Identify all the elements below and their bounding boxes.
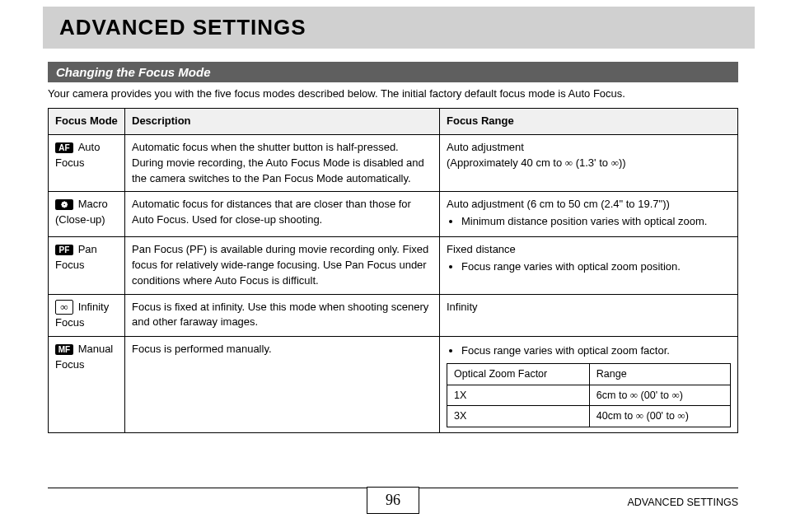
page-footer: 96 ADVANCED SETTINGS [0, 488, 786, 524]
range-cell: Auto adjustment (6 cm to 50 cm (2.4" to … [440, 192, 738, 237]
pf-badge-icon: PF [55, 245, 73, 255]
desc-cell: Focus is fixed at infinity. Use this mod… [125, 294, 440, 336]
page-number: 96 [367, 487, 419, 514]
footer-rule: 96 ADVANCED SETTINGS [48, 488, 738, 524]
table-row: PF Pan Focus Pan Focus (PF) is available… [49, 237, 738, 295]
range-text: (1.3' to [573, 156, 611, 169]
range-text: 40cm to [597, 410, 636, 422]
col-header-range: Focus Range [440, 109, 738, 135]
col-header-desc: Description [125, 109, 440, 135]
range-text: (00' to [638, 390, 671, 401]
inner-row: 1X 6cm to ∞ (00' to ∞) [447, 385, 731, 406]
infinity-icon: ∞ [60, 301, 68, 313]
inner-header-row: Optical Zoom Factor Range [447, 364, 731, 385]
infinity-icon: ∞ [677, 409, 685, 422]
mode-cell: PF Pan Focus [49, 237, 125, 295]
intro-text: Your camera provides you with the five f… [48, 87, 738, 100]
range-line: Auto adjustment (6 cm to 50 cm (2.4" to … [447, 198, 670, 210]
section-heading: Changing the Focus Mode [48, 62, 738, 82]
table-row: ∞ Infinity Focus Focus is fixed at infin… [49, 294, 738, 336]
table-row: ❁ Macro (Close-up) Automatic focus for d… [49, 192, 738, 237]
inner-cell: 3X [447, 406, 590, 427]
mode-cell: ∞ Infinity Focus [49, 294, 125, 336]
infinity-badge-icon: ∞ [55, 300, 73, 315]
page-title: ADVANCED SETTINGS [59, 15, 738, 40]
infinity-icon: ∞ [671, 389, 679, 401]
inner-cell: 6cm to ∞ (00' to ∞) [589, 385, 730, 406]
inner-header: Optical Zoom Factor [447, 364, 590, 385]
range-cell: Fixed distance Focus range varies with o… [440, 237, 738, 295]
range-text: (00' to [643, 410, 677, 422]
range-cell: Auto adjustment (Approximately 40 cm to … [440, 134, 738, 192]
af-badge-icon: AF [55, 142, 73, 153]
macro-badge-icon: ❁ [55, 199, 73, 210]
range-line: Fixed distance [447, 243, 516, 255]
mode-cell: ❁ Macro (Close-up) [49, 192, 125, 237]
range-text: ) [685, 410, 689, 422]
col-header-mode: Focus Mode [49, 109, 125, 135]
inner-cell: 40cm to ∞ (00' to ∞) [589, 406, 730, 427]
focus-mode-table: Focus Mode Description Focus Range AF Au… [48, 108, 738, 433]
desc-cell: Automatic focus when the shutter button … [125, 134, 440, 192]
mode-cell: MF Manual Focus [49, 336, 125, 433]
inner-row: 3X 40cm to ∞ (00' to ∞) [447, 406, 731, 427]
content-area: Changing the Focus Mode Your camera prov… [48, 62, 738, 433]
mode-cell: AF Auto Focus [49, 134, 125, 192]
range-cell: Infinity [440, 294, 738, 336]
range-line: Infinity [447, 301, 478, 313]
infinity-icon: ∞ [636, 409, 643, 422]
range-bullet: Minimum distance position varies with op… [461, 214, 731, 230]
footer-section-label: ADVANCED SETTINGS [627, 497, 738, 508]
range-text: (Approximately 40 cm to [447, 156, 565, 169]
range-line: (Approximately 40 cm to ∞ (1.3' to ∞)) [447, 156, 626, 169]
page-title-bar: ADVANCED SETTINGS [43, 7, 755, 49]
inner-cell: 1X [447, 385, 590, 406]
table-header-row: Focus Mode Description Focus Range [49, 109, 738, 135]
range-bullet: Focus range varies with optical zoom fac… [461, 343, 731, 359]
mf-badge-icon: MF [55, 344, 73, 355]
zoom-factor-table: Optical Zoom Factor Range 1X 6cm to ∞ (0… [447, 363, 731, 427]
range-text: )) [619, 156, 626, 169]
range-cell: Focus range varies with optical zoom fac… [440, 336, 738, 433]
desc-cell: Focus is performed manually. [125, 336, 440, 433]
desc-cell: Automatic focus for distances that are c… [125, 192, 440, 237]
range-bullet: Focus range varies with optical zoom pos… [461, 259, 731, 275]
infinity-icon: ∞ [630, 389, 638, 401]
infinity-icon: ∞ [565, 156, 573, 169]
inner-header: Range [589, 364, 730, 385]
table-row: AF Auto Focus Automatic focus when the s… [49, 134, 738, 192]
infinity-icon: ∞ [611, 156, 619, 169]
table-row: MF Manual Focus Focus is performed manua… [49, 336, 738, 433]
desc-cell: Pan Focus (PF) is available during movie… [125, 237, 440, 295]
range-text: 6cm to [597, 390, 630, 401]
range-text: ) [680, 390, 683, 401]
range-line: Auto adjustment [447, 141, 524, 153]
